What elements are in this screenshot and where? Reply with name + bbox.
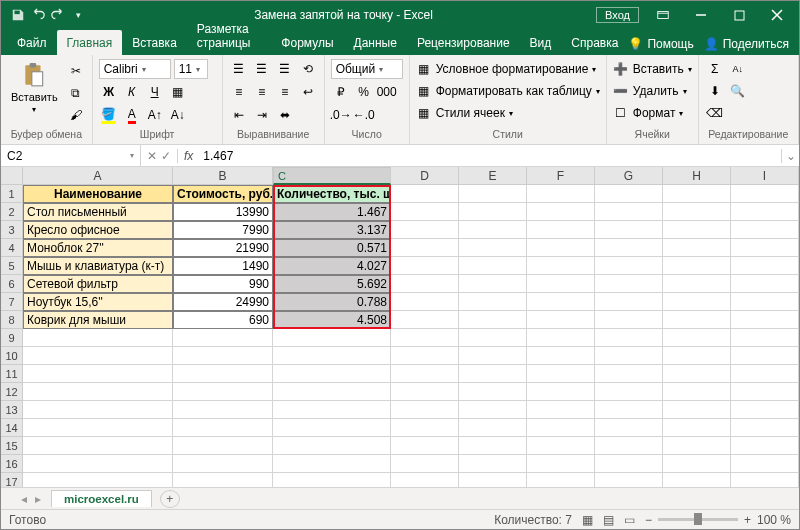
empty-cell[interactable] (273, 383, 391, 401)
empty-cell[interactable] (731, 293, 799, 311)
empty-cell[interactable] (391, 203, 459, 221)
empty-cell[interactable] (731, 383, 799, 401)
empty-cell[interactable] (459, 401, 527, 419)
empty-cell[interactable] (595, 419, 663, 437)
qty-cell[interactable]: 3.137 (273, 221, 391, 239)
sheet-tab[interactable]: microexcel.ru (51, 490, 152, 507)
minimize-icon[interactable] (683, 3, 719, 27)
tab-home[interactable]: Главная (57, 30, 123, 55)
empty-cell[interactable] (663, 365, 731, 383)
empty-cell[interactable] (731, 329, 799, 347)
row-header[interactable]: 15 (1, 437, 23, 455)
empty-cell[interactable] (273, 437, 391, 455)
decrease-decimal-icon[interactable]: ←.0 (354, 105, 374, 125)
empty-cell[interactable] (663, 257, 731, 275)
empty-cell[interactable] (391, 221, 459, 239)
share-button[interactable]: 👤Поделиться (704, 37, 789, 51)
zoom-control[interactable]: − + 100 % (645, 513, 791, 527)
empty-cell[interactable] (731, 221, 799, 239)
empty-cell[interactable] (595, 293, 663, 311)
empty-cell[interactable] (663, 347, 731, 365)
qty-cell[interactable]: 1.467 (273, 203, 391, 221)
empty-cell[interactable] (173, 455, 273, 473)
tab-file[interactable]: Файл (7, 30, 57, 55)
number-format-select[interactable]: Общий▾ (331, 59, 403, 79)
empty-cell[interactable] (527, 437, 595, 455)
format-painter-icon[interactable]: 🖌 (66, 105, 86, 125)
name-cell[interactable]: Ноутбук 15,6'' (23, 293, 173, 311)
find-icon[interactable]: 🔍 (728, 81, 748, 101)
empty-cell[interactable] (731, 455, 799, 473)
align-left-icon[interactable]: ≡ (229, 82, 249, 102)
empty-cell[interactable] (595, 365, 663, 383)
expand-formula-icon[interactable]: ⌄ (781, 149, 799, 163)
empty-cell[interactable] (663, 311, 731, 329)
cancel-formula-icon[interactable]: ✕ (147, 149, 157, 163)
empty-cell[interactable] (391, 347, 459, 365)
empty-cell[interactable] (391, 437, 459, 455)
autosum-icon[interactable]: Σ (705, 59, 725, 79)
decrease-font-icon[interactable]: A↓ (168, 105, 188, 125)
cell-styles-button[interactable]: ▦Стили ячеек▾ (416, 103, 600, 123)
empty-cell[interactable] (23, 437, 173, 455)
col-header[interactable]: A (23, 167, 173, 185)
empty-cell[interactable] (731, 239, 799, 257)
cost-cell[interactable]: 990 (173, 275, 273, 293)
empty-cell[interactable] (731, 311, 799, 329)
empty-cell[interactable] (595, 473, 663, 487)
empty-cell[interactable] (663, 437, 731, 455)
fx-icon[interactable]: fx (178, 149, 199, 163)
accept-formula-icon[interactable]: ✓ (161, 149, 171, 163)
empty-cell[interactable] (527, 329, 595, 347)
name-cell[interactable]: Стол письменный (23, 203, 173, 221)
empty-cell[interactable] (595, 455, 663, 473)
empty-cell[interactable] (527, 347, 595, 365)
cost-cell[interactable]: 690 (173, 311, 273, 329)
name-box[interactable]: C2▾ (1, 145, 141, 166)
empty-cell[interactable] (459, 239, 527, 257)
empty-cell[interactable] (391, 311, 459, 329)
empty-cell[interactable] (391, 455, 459, 473)
empty-cell[interactable] (527, 257, 595, 275)
insert-cells-button[interactable]: ➕Вставить▾ (613, 59, 692, 79)
col-header[interactable]: I (731, 167, 799, 185)
tab-formulas[interactable]: Формулы (271, 30, 343, 55)
empty-cell[interactable] (23, 401, 173, 419)
name-cell[interactable]: Мышь и клавиатура (к-т) (23, 257, 173, 275)
align-top-icon[interactable]: ☰ (229, 59, 249, 79)
empty-cell[interactable] (459, 293, 527, 311)
empty-cell[interactable] (273, 347, 391, 365)
empty-cell[interactable] (595, 239, 663, 257)
name-cell[interactable]: Сетевой фильтр (23, 275, 173, 293)
empty-cell[interactable] (731, 473, 799, 487)
empty-cell[interactable] (731, 401, 799, 419)
empty-cell[interactable] (731, 257, 799, 275)
empty-cell[interactable] (595, 221, 663, 239)
empty-cell[interactable] (23, 383, 173, 401)
border-icon[interactable]: ▦ (168, 82, 188, 102)
empty-cell[interactable] (663, 419, 731, 437)
empty-cell[interactable] (391, 293, 459, 311)
zoom-slider[interactable] (658, 518, 738, 521)
empty-cell[interactable] (391, 473, 459, 487)
cost-cell[interactable]: 24990 (173, 293, 273, 311)
tab-review[interactable]: Рецензирование (407, 30, 520, 55)
empty-cell[interactable] (23, 455, 173, 473)
empty-cell[interactable] (273, 419, 391, 437)
empty-cell[interactable] (459, 311, 527, 329)
empty-cell[interactable] (459, 329, 527, 347)
empty-cell[interactable] (459, 257, 527, 275)
empty-cell[interactable] (663, 239, 731, 257)
paste-button[interactable]: Вставить ▾ (7, 59, 62, 116)
empty-cell[interactable] (731, 203, 799, 221)
empty-cell[interactable] (595, 275, 663, 293)
col-header[interactable]: C (273, 167, 391, 185)
empty-cell[interactable] (663, 203, 731, 221)
row-header[interactable]: 14 (1, 419, 23, 437)
row-header[interactable]: 1 (1, 185, 23, 203)
empty-cell[interactable] (527, 365, 595, 383)
select-all-corner[interactable] (1, 167, 23, 185)
empty-cell[interactable] (173, 437, 273, 455)
font-color-icon[interactable]: A (122, 105, 142, 125)
empty-cell[interactable] (459, 275, 527, 293)
